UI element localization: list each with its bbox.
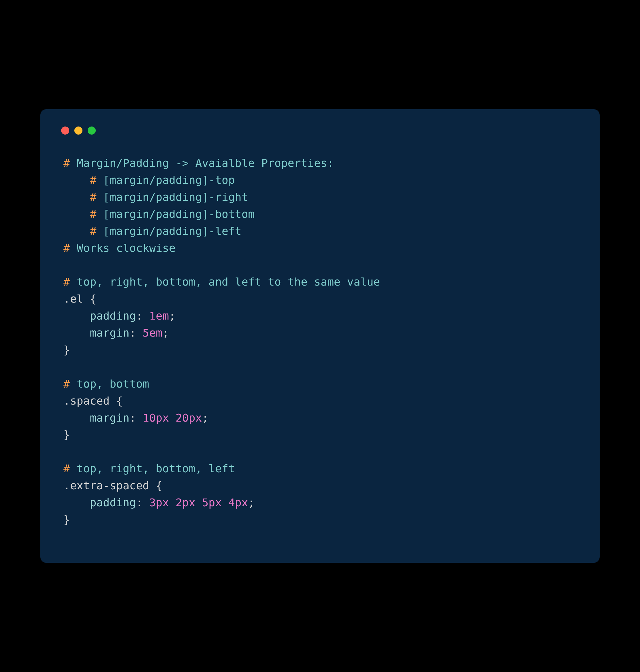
traffic-lights	[61, 126, 577, 135]
brace-close: }	[63, 428, 70, 441]
indent	[63, 327, 90, 339]
comment-text: [margin/padding]-bottom	[96, 208, 254, 221]
css-value: 3px 2px 5px 4px	[149, 496, 248, 509]
brace-open: {	[156, 479, 162, 492]
css-property: padding	[90, 496, 136, 509]
colon: :	[136, 496, 149, 509]
css-selector: .extra-spaced	[63, 479, 156, 492]
comment-text: top, right, bottom, left	[70, 462, 235, 475]
comment-hash: #	[63, 462, 70, 475]
comment-hash: #	[90, 174, 97, 186]
comment-text: [margin/padding]-left	[96, 225, 241, 237]
comment-hash: #	[90, 208, 97, 221]
maximize-icon[interactable]	[88, 126, 96, 135]
colon: :	[129, 327, 143, 339]
indent	[63, 208, 90, 221]
colon: :	[136, 310, 149, 322]
comment-hash: #	[63, 157, 70, 169]
comment-text: [margin/padding]-right	[96, 191, 248, 204]
css-selector: .el	[63, 293, 90, 305]
close-icon[interactable]	[61, 126, 69, 135]
css-value: 5em	[143, 327, 163, 339]
comment-text: top, bottom	[70, 377, 149, 390]
semicolon: ;	[202, 412, 208, 424]
css-selector: .spaced	[63, 394, 116, 407]
css-value: 10px 20px	[143, 412, 202, 424]
brace-open: {	[90, 293, 97, 305]
comment-hash: #	[90, 191, 97, 204]
code-block: # Margin/Padding -> Avaialble Properties…	[63, 155, 577, 528]
semicolon: ;	[162, 327, 169, 339]
comment-hash: #	[63, 377, 70, 390]
colon: :	[129, 412, 143, 424]
minimize-icon[interactable]	[74, 126, 83, 135]
indent	[63, 225, 90, 237]
comment-hash: #	[63, 242, 70, 254]
comment-text: Margin/Padding -> Avaialble Properties:	[70, 157, 334, 169]
indent	[63, 191, 90, 204]
semicolon: ;	[248, 496, 255, 509]
css-value: 1em	[149, 310, 169, 322]
code-window: # Margin/Padding -> Avaialble Properties…	[40, 109, 600, 563]
indent	[63, 496, 90, 509]
css-property: margin	[90, 327, 129, 339]
comment-text: top, right, bottom, and left to the same…	[70, 275, 380, 288]
indent	[63, 412, 90, 424]
comment-hash: #	[90, 225, 97, 237]
css-property: margin	[90, 412, 129, 424]
indent	[63, 174, 90, 186]
semicolon: ;	[169, 310, 176, 322]
comment-hash: #	[63, 275, 70, 288]
comment-text: Works clockwise	[70, 242, 176, 254]
css-property: padding	[90, 310, 136, 322]
indent	[63, 310, 90, 322]
brace-close: }	[63, 343, 70, 356]
brace-open: {	[116, 394, 123, 407]
brace-close: }	[63, 513, 70, 526]
comment-text: [margin/padding]-top	[96, 174, 235, 186]
